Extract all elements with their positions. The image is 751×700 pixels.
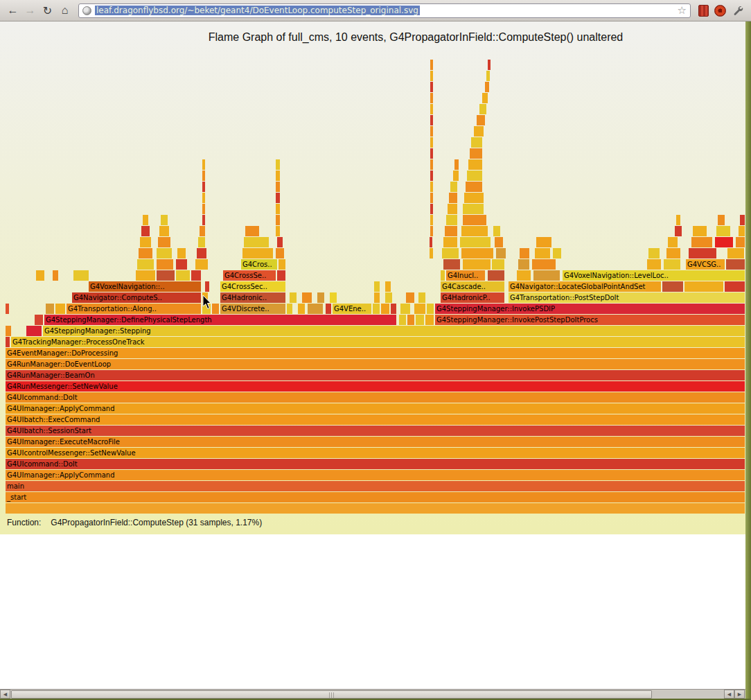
- flame-bar[interactable]: [446, 215, 457, 225]
- flame-bar[interactable]: [197, 248, 206, 259]
- flame-bar[interactable]: [430, 104, 433, 114]
- flame-bar[interactable]: [718, 215, 725, 225]
- flame-bar[interactable]: [407, 315, 414, 325]
- flame-bar[interactable]: [715, 237, 733, 247]
- flame-bar[interactable]: [689, 248, 716, 259]
- flame-bar[interactable]: [53, 270, 58, 281]
- flame-bar[interactable]: G4RunMessenger::SetNewValue: [6, 381, 745, 392]
- flame-bar[interactable]: [532, 259, 556, 270]
- flame-bar[interactable]: [191, 270, 201, 281]
- flame-bar[interactable]: [6, 304, 9, 314]
- flame-bar[interactable]: [716, 226, 730, 236]
- flame-bar[interactable]: [430, 115, 433, 125]
- flame-bar[interactable]: G4VDiscrete..: [220, 304, 285, 314]
- flame-bar[interactable]: [137, 259, 154, 270]
- wrench-menu-button[interactable]: [732, 4, 744, 17]
- flame-bar[interactable]: [450, 182, 457, 192]
- flame-bar[interactable]: [55, 304, 65, 314]
- flame-bar[interactable]: [536, 237, 551, 247]
- flame-bar[interactable]: G4UIcommand::DoIt: [6, 459, 745, 469]
- flame-bar[interactable]: [202, 182, 205, 192]
- flame-bar[interactable]: [662, 281, 683, 292]
- scrollbar-thumb[interactable]: [11, 690, 652, 699]
- flame-bar[interactable]: [406, 292, 414, 303]
- flame-bar[interactable]: [477, 115, 485, 125]
- flame-bar[interactable]: G4UIcommand::DoIt: [6, 392, 745, 403]
- flame-bar[interactable]: G4UIbatch::ExecCommand: [6, 414, 745, 425]
- flame-bar[interactable]: [684, 281, 723, 292]
- flame-bar[interactable]: G4Navigator::ComputeS..: [72, 292, 201, 303]
- flame-bar[interactable]: [373, 304, 380, 314]
- flame-bar[interactable]: [445, 226, 457, 236]
- home-button[interactable]: ⌂: [56, 2, 73, 19]
- scroll-right-button[interactable]: ▶: [734, 690, 745, 699]
- flame-bar[interactable]: [317, 292, 324, 303]
- flame-bar[interactable]: G4SteppingManager::InvokePSDIP: [435, 304, 745, 314]
- flame-bar[interactable]: [381, 304, 389, 314]
- flame-bar[interactable]: [725, 281, 745, 292]
- flame-bar[interactable]: [468, 159, 482, 170]
- flame-bar[interactable]: [287, 304, 292, 314]
- flame-bar[interactable]: [425, 315, 434, 325]
- flame-bar[interactable]: G4CrossSec..: [220, 281, 285, 292]
- flame-bar[interactable]: [35, 315, 43, 325]
- flame-bar[interactable]: [668, 237, 678, 247]
- extension-book-icon[interactable]: [698, 5, 709, 17]
- flame-bar[interactable]: [485, 82, 489, 92]
- flame-bar[interactable]: [298, 304, 305, 314]
- flame-bar[interactable]: [430, 60, 433, 70]
- flame-bar[interactable]: [430, 159, 433, 170]
- flame-bar[interactable]: [418, 292, 425, 303]
- flame-bar[interactable]: G4UIcontrolMessenger::SetNewValue: [6, 448, 745, 458]
- flame-bar[interactable]: [463, 215, 486, 225]
- flame-bar[interactable]: [195, 259, 208, 270]
- flame-bar[interactable]: [467, 170, 482, 181]
- flame-bar[interactable]: [157, 270, 175, 281]
- flame-bar[interactable]: [430, 170, 433, 181]
- flame-bar[interactable]: [136, 270, 155, 281]
- flame-bar[interactable]: G4UImanager::ApplyCommand: [6, 470, 745, 480]
- url-text[interactable]: leaf.dragonflybsd.org/~beket/geant4/DoEv…: [95, 6, 420, 15]
- flame-bar[interactable]: [6, 503, 745, 514]
- flame-bar[interactable]: [139, 248, 152, 259]
- flame-bar[interactable]: [276, 170, 280, 181]
- flame-bar[interactable]: G4EventManager::DoProcessing: [6, 348, 745, 358]
- flame-bar[interactable]: [202, 204, 205, 214]
- flame-bar[interactable]: [553, 248, 561, 259]
- flame-bar[interactable]: [442, 248, 459, 259]
- flame-bar[interactable]: [141, 226, 150, 236]
- horizontal-scrollbar[interactable]: ◀ ◀ ▶: [0, 689, 745, 699]
- address-bar[interactable]: leaf.dragonflybsd.org/~beket/geant4/DoEv…: [78, 3, 691, 18]
- flame-bar[interactable]: [140, 237, 151, 247]
- flame-bar[interactable]: [430, 204, 433, 214]
- flame-bar[interactable]: [157, 248, 172, 259]
- scroll-left-button[interactable]: ◀: [0, 690, 10, 699]
- flame-bar[interactable]: [374, 292, 380, 303]
- flame-bar[interactable]: G4VCSG..: [686, 259, 725, 270]
- flame-bar[interactable]: [675, 226, 682, 236]
- flame-bar[interactable]: [276, 226, 280, 236]
- flame-bar[interactable]: [290, 292, 297, 303]
- flame-bar[interactable]: [46, 304, 54, 314]
- flame-bar[interactable]: [493, 226, 500, 236]
- scroll-left-button-2[interactable]: ◀: [724, 690, 734, 699]
- flame-bar[interactable]: [495, 237, 503, 247]
- flame-bar[interactable]: [308, 304, 323, 314]
- flame-bar[interactable]: [666, 248, 680, 259]
- flame-bar[interactable]: G4SteppingManager::Stepping: [43, 326, 745, 336]
- flame-bar[interactable]: [279, 259, 285, 270]
- flame-bar[interactable]: [496, 248, 506, 259]
- flame-bar[interactable]: [664, 259, 680, 270]
- flame-bar[interactable]: [736, 237, 745, 247]
- flame-bar[interactable]: G4CrossSe..: [223, 270, 276, 281]
- flame-bar[interactable]: [276, 182, 280, 192]
- flame-bar[interactable]: [454, 159, 459, 170]
- flame-bar[interactable]: G4UIbatch::SessionStart: [6, 426, 745, 436]
- flame-bar[interactable]: [244, 237, 269, 247]
- flame-bar[interactable]: [430, 182, 433, 192]
- flame-bar[interactable]: [647, 259, 661, 270]
- flame-bar[interactable]: [36, 270, 44, 281]
- forward-button[interactable]: →: [21, 2, 39, 19]
- flame-bar[interactable]: G4UImanager::ApplyCommand: [6, 403, 745, 414]
- flame-bar[interactable]: [492, 259, 504, 270]
